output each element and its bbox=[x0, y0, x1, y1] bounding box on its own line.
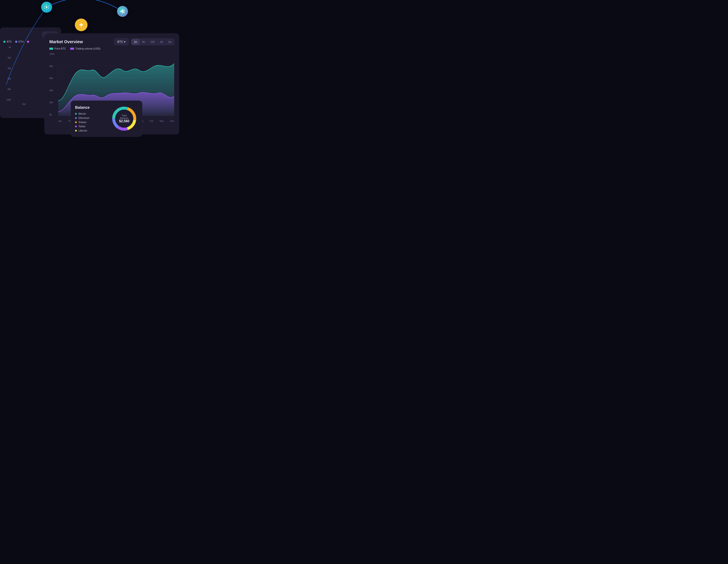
ethereum-dot bbox=[75, 117, 77, 119]
x-nov: Nov bbox=[160, 120, 164, 122]
market-title: Market Overview bbox=[49, 39, 83, 44]
chart-y-100k: 100k bbox=[49, 53, 58, 55]
balance-legend: Bitcoin Ethereum Solana Tether Litecoin bbox=[75, 112, 107, 132]
eth-dot bbox=[15, 41, 17, 43]
tether-balance-dot bbox=[75, 126, 77, 127]
time-btn-12h[interactable]: 12h bbox=[148, 39, 157, 45]
balance-legend-ethereum: Ethereum bbox=[75, 117, 107, 120]
chart-y-80k: 80k bbox=[49, 65, 58, 67]
svg-point-3 bbox=[44, 6, 45, 7]
litecoin-dot bbox=[75, 130, 77, 132]
price-btc-label: Price BTC bbox=[54, 47, 66, 50]
legend-tether bbox=[27, 40, 29, 43]
svg-point-1 bbox=[46, 5, 47, 6]
balance-left: Balance Bitcoin Ethereum Solana Tether L… bbox=[75, 105, 107, 132]
market-legend: Price BTC Trading volume (USD) bbox=[49, 47, 174, 50]
y-label-20k: 20k bbox=[3, 57, 11, 59]
solana-label: Solana bbox=[78, 121, 86, 124]
chart-y-axis: 100k 80k 60k 40k 20k 0k bbox=[49, 53, 58, 116]
svg-point-4 bbox=[48, 6, 49, 7]
svg-point-0 bbox=[46, 7, 47, 8]
balance-title: Balance bbox=[75, 105, 107, 110]
cardano-icon bbox=[41, 2, 52, 13]
x-oct: Oct bbox=[150, 120, 153, 122]
chart-y-20k: 20k bbox=[49, 101, 58, 104]
donut-label: Total Balance bbox=[117, 114, 131, 119]
legend-eth: ETH bbox=[15, 40, 24, 43]
time-btn-1h[interactable]: 1h bbox=[131, 39, 139, 45]
x-dec: Dec bbox=[170, 120, 174, 122]
bitcoin-dot bbox=[75, 113, 77, 115]
legend-volume: Trading volume (USD) bbox=[70, 47, 100, 50]
legend-btc: BTC bbox=[3, 40, 12, 43]
donut-value: $2,560 bbox=[117, 119, 131, 123]
x-label-jan: Jan bbox=[13, 103, 35, 105]
btc-dropdown[interactable]: BTC ▾ bbox=[114, 38, 129, 45]
price-btc-dot bbox=[49, 48, 53, 50]
y-label-60k: 60k bbox=[3, 78, 11, 80]
binance-icon bbox=[75, 19, 88, 31]
donut-chart: Total Balance $2,560 bbox=[111, 105, 138, 132]
svg-point-5 bbox=[44, 8, 45, 9]
balance-legend-solana: Solana bbox=[75, 121, 107, 124]
volume-dot bbox=[70, 48, 74, 50]
market-header: Market Overview BTC ▾ 1h 6h 12h 1d 1w bbox=[49, 38, 174, 45]
btc-dot bbox=[3, 41, 5, 43]
time-btn-1d[interactable]: 1d bbox=[157, 39, 165, 45]
balance-legend-tether: Tether bbox=[75, 125, 107, 128]
donut-center: Total Balance $2,560 bbox=[117, 114, 131, 123]
legend-price-btc: Price BTC bbox=[49, 47, 66, 50]
solana-dot bbox=[75, 121, 77, 123]
volume-label: Trading volume (USD) bbox=[75, 47, 100, 50]
stellar-icon bbox=[117, 6, 128, 17]
balance-card: Balance Bitcoin Ethereum Solana Tether L… bbox=[71, 101, 142, 137]
svg-point-2 bbox=[46, 9, 47, 9]
chart-y-60k: 60k bbox=[49, 77, 58, 80]
tether-label: Tether bbox=[78, 125, 85, 128]
chart-y-40k: 40k bbox=[49, 89, 58, 92]
y-label-40k: 40k bbox=[3, 67, 11, 70]
svg-point-6 bbox=[48, 8, 49, 9]
x-jan: Jan bbox=[58, 120, 62, 122]
balance-legend-bitcoin: Bitcoin bbox=[75, 112, 107, 115]
balance-legend-litecoin: Litecoin bbox=[75, 129, 107, 132]
btc-dropdown-label: BTC ▾ bbox=[117, 40, 125, 43]
y-label-0k: 0k bbox=[3, 46, 11, 49]
ethereum-label: Ethereum bbox=[78, 117, 89, 120]
y-label-100k: 100k bbox=[3, 99, 11, 101]
svg-rect-7 bbox=[80, 24, 82, 26]
market-controls: BTC ▾ 1h 6h 12h 1d 1w bbox=[114, 38, 174, 45]
time-btn-1w[interactable]: 1w bbox=[165, 39, 174, 45]
bitcoin-label: Bitcoin bbox=[78, 112, 86, 115]
litecoin-label: Litecoin bbox=[78, 129, 87, 132]
tether-dot bbox=[27, 41, 29, 43]
chart-y-0k: 0k bbox=[49, 113, 58, 116]
time-btn-6h[interactable]: 6h bbox=[140, 39, 148, 45]
btc-label: BTC bbox=[7, 40, 12, 43]
eth-label: ETH bbox=[19, 40, 24, 43]
time-buttons: 1h 6h 12h 1d 1w bbox=[131, 39, 174, 45]
y-axis: 100k 80k 60k 40k 20k 0k bbox=[3, 46, 11, 105]
y-label-80k: 80k bbox=[3, 88, 11, 90]
